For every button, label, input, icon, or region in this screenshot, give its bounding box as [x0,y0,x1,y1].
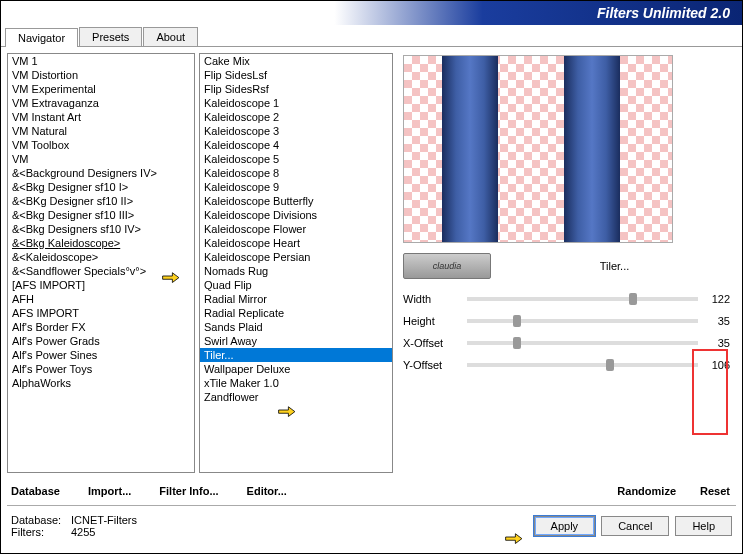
param-label: X-Offset [403,337,467,349]
list-item[interactable]: &<Bkg Designer sf10 I> [8,180,194,194]
param-value: 106 [698,359,730,371]
app-title: Filters Unlimited 2.0 [597,5,730,21]
randomize-button[interactable]: Randomize [617,485,676,497]
filter-list[interactable]: Cake MixFlip SidesLsfFlip SidesRsfKaleid… [199,53,393,473]
list-item[interactable]: &<Sandflower Specials°v°> [8,264,194,278]
left-action-row: Database Import... Filter Info... Editor… [1,483,297,499]
list-item[interactable]: Alf's Power Grads [8,334,194,348]
author-stamp: claudia [403,253,491,279]
right-panel: claudia Tiler... Width122Height35X-Offse… [397,53,736,473]
param-slider[interactable] [467,297,698,301]
list-item[interactable]: VM [8,152,194,166]
list-item[interactable]: Kaleidoscope Divisions [200,208,392,222]
list-item[interactable]: Kaleidoscope 2 [200,110,392,124]
preview-area [403,55,673,243]
tab-strip: Navigator Presets About [1,27,742,47]
list-item[interactable]: &<BKg Designer sf10 II> [8,194,194,208]
tab-about[interactable]: About [143,27,198,46]
param-label: Height [403,315,467,327]
list-item[interactable]: Alf's Border FX [8,320,194,334]
help-button[interactable]: Help [675,516,732,536]
footer-buttons: Apply Cancel Help [534,516,732,536]
param-value: 35 [698,315,730,327]
right-action-row: Randomize Reset [605,479,742,503]
parameter-sliders: Width122Height35X-Offset35Y-Offset106 [403,289,730,375]
preview-stripe [442,56,498,242]
list-item[interactable]: VM Extravaganza [8,96,194,110]
reset-button[interactable]: Reset [700,485,730,497]
list-item[interactable]: Nomads Rug [200,264,392,278]
list-item[interactable]: &<Background Designers IV> [8,166,194,180]
list-item[interactable]: Cake Mix [200,54,392,68]
db-value: ICNET-Filters [71,514,137,526]
filter-title-row: claudia Tiler... [403,253,730,279]
list-item[interactable]: Kaleidoscope 5 [200,152,392,166]
param-row: Height35 [403,311,730,331]
param-value: 122 [698,293,730,305]
preview-stripe [564,56,620,242]
list-item[interactable]: VM Experimental [8,82,194,96]
category-list[interactable]: VM 1VM DistortionVM ExperimentalVM Extra… [7,53,195,473]
param-label: Width [403,293,467,305]
list-item[interactable]: AlphaWorks [8,376,194,390]
param-row: X-Offset35 [403,333,730,353]
list-item[interactable]: Kaleidoscope Flower [200,222,392,236]
database-button[interactable]: Database [11,485,60,497]
param-label: Y-Offset [403,359,467,371]
filter-title: Tiler... [499,260,730,272]
list-item[interactable]: Kaleidoscope 8 [200,166,392,180]
list-item[interactable]: VM Distortion [8,68,194,82]
list-item[interactable]: Radial Mirror [200,292,392,306]
param-slider[interactable] [467,363,698,367]
editor-button[interactable]: Editor... [247,485,287,497]
filters-label: Filters: [11,526,71,538]
list-item[interactable]: &<Kaleidoscope> [8,250,194,264]
db-label: Database: [11,514,71,526]
list-item[interactable]: Kaleidoscope 9 [200,180,392,194]
list-item[interactable]: VM Instant Art [8,110,194,124]
list-item[interactable]: Zandflower [200,390,392,404]
list-item[interactable]: Kaleidoscope 3 [200,124,392,138]
tab-navigator[interactable]: Navigator [5,28,78,47]
list-item[interactable]: VM 1 [8,54,194,68]
list-item[interactable]: Kaleidoscope Heart [200,236,392,250]
list-item[interactable]: Wallpaper Deluxe [200,362,392,376]
list-item[interactable]: Alf's Power Sines [8,348,194,362]
list-item[interactable]: Swirl Away [200,334,392,348]
list-item[interactable]: VM Toolbox [8,138,194,152]
list-item[interactable]: Flip SidesRsf [200,82,392,96]
list-item[interactable]: Alf's Power Toys [8,362,194,376]
list-item[interactable]: Tiler... [200,348,392,362]
list-item[interactable]: Kaleidoscope 1 [200,96,392,110]
title-bar: Filters Unlimited 2.0 [1,1,742,25]
list-item[interactable]: VM Natural [8,124,194,138]
list-item[interactable]: xTile Maker 1.0 [200,376,392,390]
main-area: VM 1VM DistortionVM ExperimentalVM Extra… [1,47,742,479]
filter-info-button[interactable]: Filter Info... [159,485,218,497]
list-item[interactable]: [AFS IMPORT] [8,278,194,292]
list-item[interactable]: &<Bkg Designer sf10 III> [8,208,194,222]
list-item[interactable]: Quad Flip [200,278,392,292]
list-item[interactable]: Kaleidoscope 4 [200,138,392,152]
footer-info: Database:ICNET-Filters Filters:4255 [11,514,137,538]
list-item[interactable]: Flip SidesLsf [200,68,392,82]
import-button[interactable]: Import... [88,485,131,497]
param-slider[interactable] [467,341,698,345]
list-item[interactable]: Sands Plaid [200,320,392,334]
list-item[interactable]: &<Bkg Kaleidoscope> [8,236,194,250]
filters-value: 4255 [71,526,95,538]
list-item[interactable]: Radial Replicate [200,306,392,320]
list-item[interactable]: AFH [8,292,194,306]
tab-presets[interactable]: Presets [79,27,142,46]
param-slider[interactable] [467,319,698,323]
list-item[interactable]: &<Bkg Designers sf10 IV> [8,222,194,236]
footer: Database:ICNET-Filters Filters:4255 Appl… [1,508,742,544]
divider [7,505,736,506]
list-item[interactable]: Kaleidoscope Butterfly [200,194,392,208]
list-item[interactable]: AFS IMPORT [8,306,194,320]
param-value: 35 [698,337,730,349]
list-item[interactable]: Kaleidoscope Persian [200,250,392,264]
param-row: Width122 [403,289,730,309]
cancel-button[interactable]: Cancel [601,516,669,536]
apply-button[interactable]: Apply [534,516,596,536]
